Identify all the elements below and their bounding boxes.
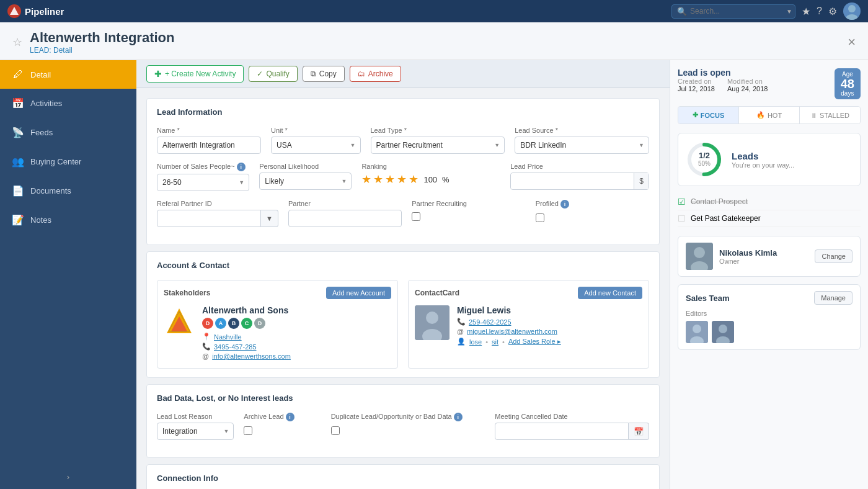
star-1[interactable]: ★ <box>361 173 371 186</box>
profiled-checkbox[interactable] <box>536 213 544 222</box>
sidebar-item-buying-center[interactable]: 👥 Buying Center <box>0 147 136 176</box>
star-rating[interactable]: ★ ★ ★ ★ ★ <box>361 173 418 186</box>
right-panel: Lead is open Created on Jul 12, 2018 Mod… <box>670 60 868 489</box>
sales-team-header: Sales Team Manage <box>686 291 852 305</box>
sidebar-item-feeds[interactable]: 📡 Feeds <box>0 118 136 147</box>
ranking-unit: % <box>442 175 450 184</box>
duplicate-info-icon[interactable]: i <box>454 413 463 421</box>
add-sales-role-link[interactable]: Add Sales Role ▸ <box>508 338 561 346</box>
close-button[interactable]: × <box>848 34 856 50</box>
contact-lose-link[interactable]: lose <box>469 338 482 346</box>
star-2[interactable]: ★ <box>373 173 383 186</box>
hot-label: HOT <box>768 112 782 119</box>
lead-type-select[interactable]: Partner Recruitment <box>371 137 505 154</box>
referal-dropdown-btn[interactable]: ▼ <box>261 210 278 227</box>
referal-partner-group: Referal Partner ID ▼ <box>157 200 278 227</box>
sidebar-item-documents[interactable]: 📄 Documents <box>0 176 136 205</box>
meeting-cancelled-date-input[interactable] <box>495 423 629 440</box>
company-location-link[interactable]: Nashville <box>214 333 242 341</box>
sidebar-item-notes[interactable]: 📝 Notes <box>0 205 136 235</box>
ranking-label: Ranking <box>361 163 500 170</box>
create-icon: ✚ <box>154 69 162 79</box>
contact-card: Miguel Lewis 📞 259-462-2025 @ miguel.lew… <box>415 305 642 346</box>
sales-people-select-wrapper: 26-50 <box>157 174 249 191</box>
company-phone-link[interactable]: 3495-457-285 <box>214 343 257 351</box>
lead-status-info: Lead is open Created on Jul 12, 2018 Mod… <box>678 68 768 100</box>
search-icon: 🔍 <box>677 7 687 16</box>
partner-recruiting-label: Partner Recruiting <box>412 200 525 207</box>
owner-photo <box>686 243 713 270</box>
profiled-info-icon[interactable]: i <box>560 200 569 209</box>
stalled-tab[interactable]: ⏸ STALLED <box>800 107 860 123</box>
star-4[interactable]: ★ <box>397 173 407 186</box>
duplicate-checkbox-row <box>331 426 485 435</box>
manage-team-button[interactable]: Manage <box>814 291 852 305</box>
archive-button[interactable]: 🗂 Archive <box>350 66 401 82</box>
hot-tab[interactable]: 🔥 HOT <box>739 107 800 123</box>
referal-label: Referal Partner ID <box>157 200 278 207</box>
favorite-star-icon[interactable]: ☆ <box>12 35 22 49</box>
lead-price-input[interactable] <box>511 173 634 189</box>
change-owner-button[interactable]: Change <box>815 249 852 263</box>
contact-sit-link[interactable]: sit <box>492 338 498 346</box>
meeting-cancelled-calendar-btn[interactable]: 📅 <box>629 423 649 440</box>
likelihood-select[interactable]: Likely <box>259 173 352 190</box>
star-icon[interactable]: ★ <box>802 6 810 17</box>
archive-info-icon[interactable]: i <box>286 413 294 421</box>
star-3[interactable]: ★ <box>385 173 395 186</box>
search-box[interactable]: 🔍 ▼ <box>671 4 795 19</box>
qualify-button[interactable]: ✓ Qualify <box>249 66 297 82</box>
settings-icon[interactable]: ⚙ <box>828 6 837 17</box>
owner-name: Nikolaus Kimla <box>719 248 808 258</box>
star-5[interactable]: ★ <box>409 173 418 186</box>
contact-email-icon: @ <box>457 328 464 335</box>
company-email: @ info@altenwerthsons.com <box>202 352 391 360</box>
duplicate-checkbox[interactable] <box>331 426 340 435</box>
search-input[interactable] <box>690 7 783 16</box>
archive-lead-checkbox[interactable] <box>244 426 252 435</box>
sales-people-label: Number of Sales People~ i <box>157 163 249 171</box>
contact-email-link[interactable]: miguel.lewis@altenwerth.com <box>467 328 557 335</box>
qualify-label: Qualify <box>266 70 289 78</box>
unit-select[interactable]: USA <box>271 137 361 154</box>
create-activity-button[interactable]: ✚ + Create New Activity <box>146 65 244 83</box>
partner-input[interactable] <box>288 210 402 227</box>
svg-point-19 <box>719 325 727 333</box>
company-email-link[interactable]: info@altenwerthsons.com <box>212 352 291 360</box>
editor-2-photo <box>712 321 734 343</box>
partner-recruiting-checkbox[interactable] <box>412 212 420 221</box>
created-date-val: Jul 12, 2018 <box>678 85 715 92</box>
sidebar-toggle[interactable]: › <box>0 465 136 489</box>
stakeholders-panel: Stakeholders Add new Account <box>157 280 398 369</box>
copy-button[interactable]: ⧉ Copy <box>303 66 345 82</box>
app-name: Pipeliner <box>25 6 64 17</box>
sales-people-select[interactable]: 26-50 <box>157 174 249 191</box>
sidebar-item-detail[interactable]: 🖊 Detail <box>0 60 136 89</box>
contact-phone-link[interactable]: 259-462-2025 <box>469 318 512 326</box>
search-dropdown-icon[interactable]: ▼ <box>786 8 792 15</box>
sidebar-item-activities[interactable]: 📅 Activities <box>0 89 136 118</box>
sales-people-info-icon[interactable]: i <box>237 163 246 171</box>
lead-status-text: Lead is open <box>678 68 768 78</box>
lead-type-label: Lead Type * <box>371 127 505 134</box>
name-input[interactable] <box>157 137 261 154</box>
focus-tab[interactable]: ✚ FOCUS <box>678 107 739 123</box>
stalled-label: STALLED <box>820 112 849 119</box>
likelihood-label: Personal Likelihood <box>259 163 352 170</box>
add-account-button[interactable]: Add new Account <box>326 287 391 299</box>
progress-subtitle: You're on your way... <box>732 161 794 169</box>
help-icon[interactable]: ? <box>817 6 822 17</box>
lead-lost-reason-label: Lead Lost Reason <box>157 413 234 420</box>
referal-input[interactable] <box>157 210 261 227</box>
lead-source-select[interactable]: BDR LinkedIn <box>515 137 649 154</box>
archive-label: Archive <box>368 70 393 78</box>
user-avatar[interactable] <box>843 2 861 20</box>
lead-status-bar: Lead is open Created on Jul 12, 2018 Mod… <box>678 68 861 100</box>
contact-actions: 👤 lose • sit • Add Sales Role ▸ <box>457 338 642 346</box>
partner-recruiting-checkbox-row <box>412 212 525 221</box>
name-label: Name * <box>157 127 261 134</box>
archive-lead-group: Archive Lead i <box>244 413 321 440</box>
lead-lost-reason-select[interactable]: Integration <box>157 423 234 440</box>
name-group: Name * <box>157 127 261 154</box>
add-contact-button[interactable]: Add new Contact <box>578 287 642 299</box>
